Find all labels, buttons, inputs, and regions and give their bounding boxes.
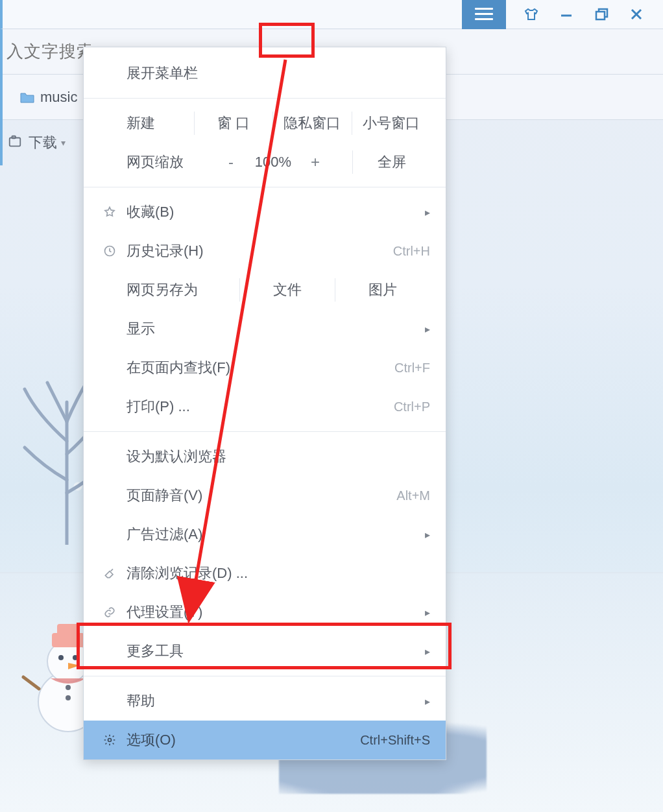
menu-label: 广告过滤(A): [123, 525, 417, 544]
folder-icon: [19, 91, 35, 104]
menu-item-display[interactable]: 显示 ▸: [84, 309, 446, 348]
svg-rect-14: [10, 137, 21, 146]
download-label: 下载: [29, 133, 57, 152]
menu-item-help[interactable]: 帮助 ▸: [84, 682, 446, 721]
svg-point-6: [66, 685, 71, 690]
menu-shortcut: Ctrl+P: [352, 400, 430, 414]
zoom-value: 100%: [244, 154, 302, 171]
menu-zoom-row: 网页缩放 - 100% + 全屏: [84, 143, 446, 182]
menu-saveas-image[interactable]: 图片: [335, 278, 430, 302]
bookmark-folder-music[interactable]: music: [19, 89, 77, 106]
bookmark-folder-label: music: [40, 89, 77, 106]
menu-label: 显示: [123, 319, 417, 339]
zoom-out-button[interactable]: -: [218, 153, 244, 171]
menu-shortcut: Ctrl+Shift+S: [352, 733, 430, 748]
menu-label: 打印(P) ...: [123, 397, 352, 416]
menu-new-alt[interactable]: 小号窗口: [352, 112, 430, 135]
menu-label: 帮助: [123, 691, 417, 711]
download-button[interactable]: 下载 ▾: [29, 133, 66, 152]
gear-icon: [97, 734, 123, 746]
chevron-right-icon: ▸: [417, 323, 430, 335]
menu-item-mute[interactable]: 页面静音(V) Alt+M: [84, 476, 446, 515]
menu-zoom-head: 网页缩放: [97, 152, 194, 172]
search-input[interactable]: [6, 36, 91, 68]
menu-label: 收藏(B): [123, 202, 417, 222]
secondary-toolbar: 下载 ▾: [0, 120, 91, 165]
menu-item-clear-history[interactable]: 清除浏览记录(D) ...: [84, 554, 446, 593]
menu-label: 代理设置(Y): [123, 603, 417, 622]
menu-label: 页面静音(V): [123, 486, 352, 505]
screenshot-icon[interactable]: [8, 134, 22, 152]
menu-saveas-head: 网页另存为: [97, 280, 239, 300]
menu-divider: [84, 98, 446, 99]
svg-point-17: [108, 739, 112, 742]
link-icon: [97, 606, 123, 619]
star-icon: [97, 206, 123, 219]
menu-shortcut: Ctrl+F: [352, 361, 430, 376]
menu-label: 更多工具: [123, 641, 417, 661]
menu-item-set-default[interactable]: 设为默认浏览器: [84, 437, 446, 476]
clock-icon: [97, 245, 123, 257]
menu-label: 清除浏览记录(D) ...: [123, 564, 430, 583]
menu-new-row: 新建 窗 口 隐私窗口 小号窗口: [84, 104, 446, 143]
menu-item-find[interactable]: 在页面内查找(F) Ctrl+F: [84, 348, 446, 387]
close-icon[interactable]: [628, 6, 645, 23]
menu-label: 设为默认浏览器: [123, 447, 430, 466]
menu-label: 选项(O): [123, 730, 352, 750]
titlebar: [0, 0, 663, 29]
chevron-right-icon: ▸: [417, 606, 430, 619]
menu-item-more-tools[interactable]: 更多工具 ▸: [84, 632, 446, 671]
skin-icon[interactable]: [523, 6, 540, 23]
chevron-right-icon: ▸: [417, 206, 430, 219]
svg-rect-11: [596, 12, 605, 19]
chevron-right-icon: ▸: [417, 695, 430, 708]
menu-item-adblock[interactable]: 广告过滤(A) ▸: [84, 515, 446, 554]
menu-fullscreen[interactable]: 全屏: [352, 150, 430, 174]
menu-new-private[interactable]: 隐私窗口: [272, 112, 351, 135]
main-menu-dropdown: 展开菜单栏 新建 窗 口 隐私窗口 小号窗口 网页缩放 - 100% + 全屏 …: [83, 47, 446, 760]
menu-divider: [84, 431, 446, 432]
menu-saveas-file[interactable]: 文件: [239, 278, 335, 302]
hamburger-icon: [475, 8, 493, 21]
menu-divider: [84, 187, 446, 187]
menu-new-head: 新建: [97, 113, 194, 133]
maximize-icon[interactable]: [593, 6, 610, 23]
menu-item-options[interactable]: 选项(O) Ctrl+Shift+S: [84, 721, 446, 759]
menu-label: 历史记录(H): [123, 241, 352, 261]
svg-line-8: [23, 677, 39, 689]
zoom-in-button[interactable]: +: [302, 153, 328, 171]
menu-item-favorites[interactable]: 收藏(B) ▸: [84, 193, 446, 232]
menu-label: 展开菜单栏: [123, 64, 430, 83]
menu-item-history[interactable]: 历史记录(H) Ctrl+H: [84, 232, 446, 270]
menu-item-expand-menubar[interactable]: 展开菜单栏: [84, 54, 446, 93]
chevron-down-icon: ▾: [61, 137, 66, 148]
menu-item-proxy[interactable]: 代理设置(Y) ▸: [84, 593, 446, 632]
svg-point-3: [73, 655, 78, 660]
menu-label: 在页面内查找(F): [123, 358, 352, 377]
menu-new-window[interactable]: 窗 口: [194, 112, 272, 135]
chevron-right-icon: ▸: [417, 645, 430, 658]
menu-divider: [84, 676, 446, 676]
menu-shortcut: Alt+M: [352, 488, 430, 503]
menu-saveas-row: 网页另存为 文件 图片: [84, 270, 446, 309]
minimize-icon[interactable]: [558, 6, 575, 23]
svg-point-7: [66, 695, 71, 700]
svg-point-2: [58, 655, 64, 660]
eraser-icon: [97, 567, 123, 580]
menu-shortcut: Ctrl+H: [352, 244, 430, 259]
chevron-right-icon: ▸: [417, 529, 430, 541]
main-menu-button[interactable]: [462, 0, 506, 29]
menu-item-print[interactable]: 打印(P) ... Ctrl+P: [84, 387, 446, 426]
svg-rect-5: [57, 624, 79, 636]
